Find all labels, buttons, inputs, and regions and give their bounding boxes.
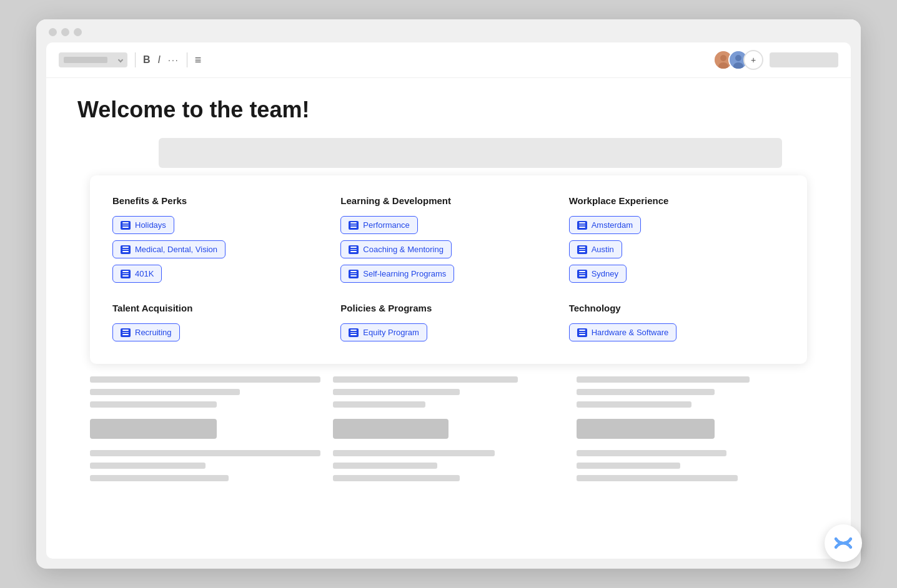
tag-label: Austin <box>592 245 614 254</box>
placeholder-line <box>333 401 425 408</box>
tag-label: Sydney <box>592 269 618 278</box>
section-talent: Talent Acquisition Re <box>112 303 328 341</box>
tag-label: Self-learning Programs <box>363 269 446 278</box>
section-title-workplace: Workplace Experience <box>569 195 785 206</box>
toolbar-divider-2 <box>187 52 187 67</box>
style-dropdown[interactable] <box>59 52 127 67</box>
tag-self-learning[interactable]: Self-learning Programs <box>340 265 454 283</box>
tag-label: Recruiting <box>135 328 172 337</box>
tag-label: Performance <box>363 220 409 230</box>
placeholder-line <box>90 463 206 469</box>
tag-label: Medical, Dental, Vision <box>135 245 217 254</box>
tag-list-learning: Performance Coachin <box>340 216 556 283</box>
placeholder-line <box>90 450 320 456</box>
tag-performance[interactable]: Performance <box>340 216 417 234</box>
section-workplace: Workplace Experience <box>569 195 785 283</box>
doc-icon <box>349 270 359 278</box>
tag-list-policies: Equity Program <box>340 323 556 341</box>
doc-icon <box>349 328 359 337</box>
chevron-down-icon <box>118 57 123 62</box>
tag-sydney[interactable]: Sydney <box>569 265 627 283</box>
section-policies: Policies & Programs E <box>340 303 556 341</box>
confluence-fab[interactable] <box>825 524 862 562</box>
section-title-talent: Talent Acquisition <box>112 303 328 313</box>
section-title-learning: Learning & Development <box>340 195 556 206</box>
toolbar-divider-1 <box>135 52 136 67</box>
close-button[interactable] <box>49 28 57 36</box>
placeholder-line <box>333 389 460 395</box>
tag-hardware[interactable]: Hardware & Software <box>569 323 677 341</box>
toolbar: B I ··· ≡ <box>46 42 851 78</box>
tag-equity[interactable]: Equity Program <box>340 323 427 341</box>
placeholder-line <box>90 401 217 408</box>
tag-label: Amsterdam <box>592 220 633 230</box>
tag-list-benefits: Holidays Medical, D <box>112 216 328 283</box>
tag-coaching[interactable]: Coaching & Mentoring <box>340 240 452 258</box>
title-bar <box>36 19 861 36</box>
section-learning: Learning & Development <box>340 195 556 283</box>
placeholder-line <box>577 401 692 408</box>
placeholder-line <box>90 376 320 383</box>
doc-icon <box>121 221 131 230</box>
browser-window: B I ··· ≡ <box>36 19 861 569</box>
tag-recruiting[interactable]: Recruiting <box>112 323 180 341</box>
placeholder-line <box>90 389 240 395</box>
below-card-content <box>77 364 820 494</box>
share-button[interactable] <box>770 52 838 67</box>
placeholder-line <box>333 450 495 456</box>
svg-point-1 <box>720 55 726 61</box>
invite-button[interactable]: + <box>743 50 763 70</box>
confluence-icon <box>833 532 854 554</box>
doc-icon <box>349 221 359 230</box>
section-title-technology: Technology <box>569 303 785 313</box>
tag-label: Coaching & Mentoring <box>363 245 444 254</box>
doc-icon <box>121 328 131 337</box>
below-col-1 <box>90 376 320 481</box>
dropdown-bar <box>64 57 107 63</box>
placeholder-line <box>577 376 750 383</box>
tag-401k[interactable]: 401K <box>112 265 162 283</box>
toolbar-left: B I ··· ≡ <box>59 52 201 67</box>
doc-icon <box>577 270 587 278</box>
placeholder-line <box>333 463 437 469</box>
maximize-button[interactable] <box>74 28 82 36</box>
doc-icon <box>577 221 587 230</box>
tag-label: Hardware & Software <box>592 328 669 337</box>
placeholder-rect <box>333 419 448 439</box>
bold-button[interactable]: B <box>143 54 151 66</box>
placeholder-line <box>577 475 738 481</box>
align-button[interactable]: ≡ <box>195 54 202 67</box>
tag-austin[interactable]: Austin <box>569 240 622 258</box>
doc-icon <box>577 328 587 337</box>
browser-content: B I ··· ≡ <box>46 42 851 559</box>
minimize-button[interactable] <box>61 28 69 36</box>
page-content: Welcome to the team! Benefits & Perks <box>46 78 851 559</box>
tag-label: Equity Program <box>363 328 419 337</box>
tag-medical[interactable]: Medical, Dental, Vision <box>112 240 225 258</box>
below-col-2 <box>333 376 563 481</box>
avatar-group: + <box>713 50 763 70</box>
tag-label: Holidays <box>135 220 166 230</box>
tag-list-talent: Recruiting <box>112 323 328 341</box>
section-technology: Technology Hardware & <box>569 303 785 341</box>
placeholder-line <box>577 463 680 469</box>
below-col-3 <box>577 376 807 481</box>
category-card: Benefits & Perks Holi <box>90 175 807 364</box>
category-grid: Benefits & Perks Holi <box>112 195 785 341</box>
section-benefits-perks: Benefits & Perks Holi <box>112 195 328 283</box>
toolbar-right: + <box>713 50 838 70</box>
placeholder-line <box>333 376 517 383</box>
tag-list-technology: Hardware & Software <box>569 323 785 341</box>
placeholder-rect <box>90 419 217 439</box>
tag-amsterdam[interactable]: Amsterdam <box>569 216 641 234</box>
placeholder-line <box>577 450 726 456</box>
tag-list-workplace: Amsterdam Austin <box>569 216 785 283</box>
tag-label: 401K <box>135 269 154 278</box>
more-button[interactable]: ··· <box>168 55 179 65</box>
italic-button[interactable]: I <box>158 54 161 66</box>
banner-placeholder <box>159 138 782 168</box>
doc-icon <box>121 245 131 254</box>
traffic-lights <box>49 28 82 36</box>
page-title: Welcome to the team! <box>77 97 820 123</box>
tag-holidays[interactable]: Holidays <box>112 216 174 234</box>
